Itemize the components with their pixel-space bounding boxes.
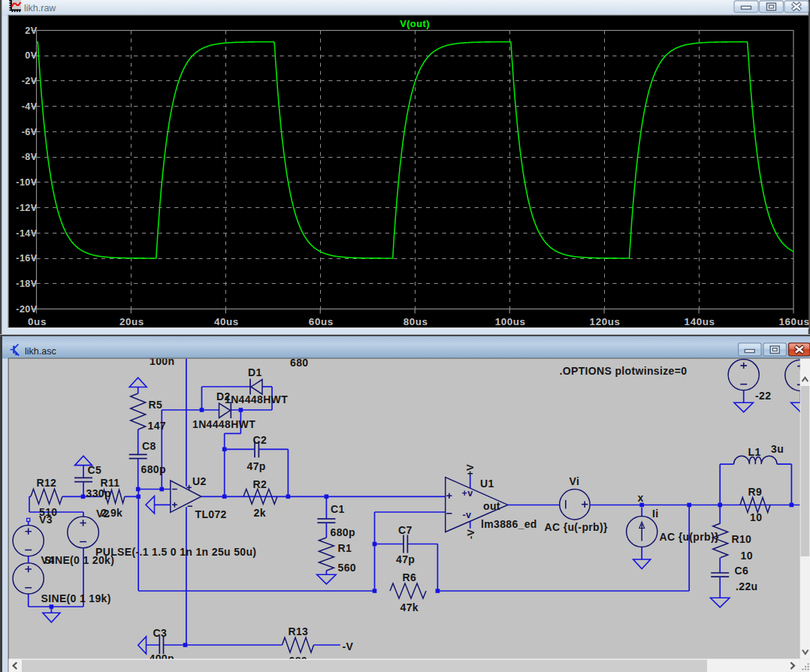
svg-text:400p: 400p xyxy=(150,652,174,664)
svg-text:560: 560 xyxy=(338,562,356,574)
svg-text:-2V: -2V xyxy=(22,76,38,86)
svg-text:-V: -V xyxy=(465,529,476,539)
svg-text:likh.asc: likh.asc xyxy=(25,346,56,357)
svg-text:D2: D2 xyxy=(216,390,231,402)
svg-text:680p: 680p xyxy=(331,526,355,538)
svg-text:U2: U2 xyxy=(192,475,207,487)
svg-text:47p: 47p xyxy=(396,553,415,565)
svg-text:680p: 680p xyxy=(141,463,166,475)
svg-text:-10V: -10V xyxy=(16,177,37,188)
svg-text:1N4448HWT: 1N4448HWT xyxy=(192,418,255,430)
svg-text:20us: 20us xyxy=(119,316,144,327)
svg-text:L1: L1 xyxy=(748,446,761,458)
svg-text:-V: -V xyxy=(343,640,354,652)
svg-text:R12: R12 xyxy=(37,477,57,489)
svg-text:47p: 47p xyxy=(247,460,266,472)
svg-text:R13: R13 xyxy=(289,625,309,637)
svg-text:C3: C3 xyxy=(153,627,168,639)
svg-text:Vi: Vi xyxy=(570,475,580,487)
svg-text:2.9k: 2.9k xyxy=(101,507,123,519)
svg-text:C8: C8 xyxy=(142,440,156,452)
svg-text:D1: D1 xyxy=(248,366,262,378)
svg-text:-4V: -4V xyxy=(22,101,38,112)
svg-text:3u: 3u xyxy=(771,443,784,455)
svg-text:680: 680 xyxy=(290,357,308,369)
svg-text:R6: R6 xyxy=(403,571,417,583)
svg-text:Ii: Ii xyxy=(652,508,658,520)
svg-text:AC {u(-prb)}: AC {u(-prb)} xyxy=(545,521,608,533)
svg-text:AC {u(prb)}: AC {u(prb)} xyxy=(660,531,719,543)
svg-text:V3: V3 xyxy=(39,514,53,526)
svg-text:V(out): V(out) xyxy=(400,18,430,29)
svg-text:C6: C6 xyxy=(735,565,749,577)
svg-text:R2: R2 xyxy=(253,478,267,490)
svg-text:-12V: -12V xyxy=(16,203,37,213)
svg-text:C2: C2 xyxy=(253,434,267,446)
svg-text:330p: 330p xyxy=(86,487,111,499)
svg-text:2k: 2k xyxy=(254,507,266,519)
svg-text:R1: R1 xyxy=(338,542,352,554)
svg-text:R10: R10 xyxy=(732,533,752,545)
svg-text:+V: +V xyxy=(464,464,476,477)
svg-text:.22u: .22u xyxy=(736,580,757,592)
svg-text:10: 10 xyxy=(750,511,762,523)
svg-text:.OPTIONS plotwinsize=0: .OPTIONS plotwinsize=0 xyxy=(560,365,688,377)
svg-text:120us: 120us xyxy=(590,316,621,327)
svg-text:680: 680 xyxy=(289,655,307,667)
svg-text:TL072: TL072 xyxy=(195,508,227,520)
svg-text:-14V: -14V xyxy=(16,228,37,239)
svg-text:+v: +v xyxy=(462,488,473,499)
svg-text:10: 10 xyxy=(741,550,753,562)
svg-text:C7: C7 xyxy=(398,524,413,536)
svg-text:-8V: -8V xyxy=(22,152,38,162)
svg-text:160us: 160us xyxy=(779,316,810,327)
svg-text:40us: 40us xyxy=(214,316,239,327)
svg-text:80us: 80us xyxy=(403,316,428,327)
svg-text:0us: 0us xyxy=(28,316,47,327)
svg-text:-22: -22 xyxy=(755,390,771,402)
svg-text:x: x xyxy=(638,492,644,504)
svg-text:PULSE(-.1 1.5 0 1n 1n 25u 50u): PULSE(-.1 1.5 0 1n 1n 25u 50u) xyxy=(95,546,256,558)
svg-text:47k: 47k xyxy=(400,601,419,613)
svg-text:C1: C1 xyxy=(331,503,345,515)
svg-text:R9: R9 xyxy=(748,486,763,498)
svg-text:lm3886_ed: lm3886_ed xyxy=(481,518,537,530)
svg-text:-v: -v xyxy=(463,510,472,520)
svg-text:likh.raw: likh.raw xyxy=(24,3,56,14)
svg-text:out: out xyxy=(483,500,500,512)
svg-text:2V: 2V xyxy=(25,26,37,36)
svg-text:100n: 100n xyxy=(150,355,174,367)
svg-text:C5: C5 xyxy=(88,464,102,476)
svg-text:140us: 140us xyxy=(685,316,715,327)
svg-text:60us: 60us xyxy=(309,316,334,327)
svg-text:R11: R11 xyxy=(101,477,120,489)
svg-text:0V: 0V xyxy=(25,50,37,61)
svg-text:-6V: -6V xyxy=(22,127,38,137)
svg-text:R5: R5 xyxy=(149,399,163,411)
svg-text:1N4448HWT: 1N4448HWT xyxy=(225,393,288,405)
svg-text:-20V: -20V xyxy=(16,304,37,315)
svg-text:-18V: -18V xyxy=(16,279,37,289)
svg-text:SINE(0 1 19k): SINE(0 1 19k) xyxy=(41,592,111,604)
svg-text:U1: U1 xyxy=(480,478,494,490)
svg-text:100us: 100us xyxy=(495,316,526,327)
svg-text:-16V: -16V xyxy=(16,253,37,264)
svg-text:147: 147 xyxy=(148,420,166,432)
